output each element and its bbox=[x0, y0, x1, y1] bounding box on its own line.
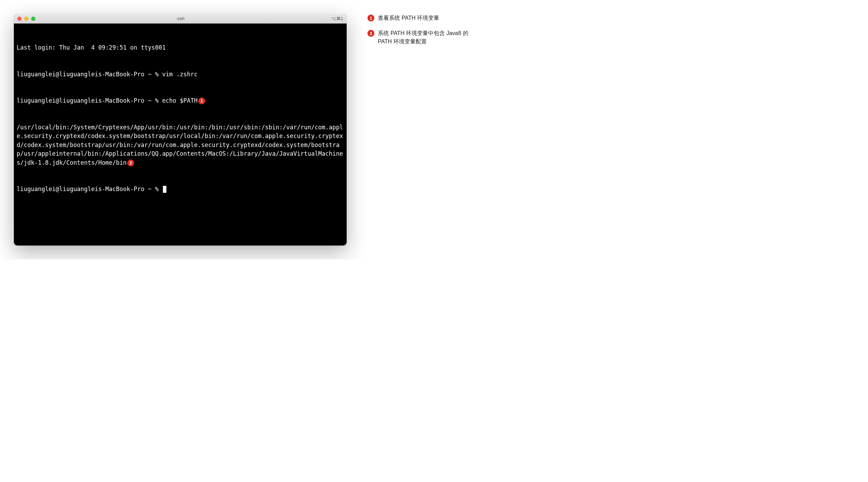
prompt-text: liuguanglei@liuguangleis-MacBook-Pro ~ % bbox=[17, 186, 162, 192]
window-title: -zsh bbox=[176, 16, 185, 21]
terminal-body[interactable]: Last login: Thu Jan 4 09:29:51 on ttys00… bbox=[14, 24, 347, 246]
window-titlebar[interactable]: -zsh ⌥⌘1 bbox=[14, 14, 347, 24]
annotation-badge-2: 2 bbox=[127, 160, 134, 166]
login-text: Last login: Thu Jan 4 09:29:51 on ttys00… bbox=[17, 44, 166, 51]
terminal-window: -zsh ⌥⌘1 Last login: Thu Jan 4 09:29:51 … bbox=[14, 14, 347, 246]
echo-command-text: liuguanglei@liuguangleis-MacBook-Pro ~ %… bbox=[17, 97, 198, 104]
annotation-item-2: 2 系统 PATH 环境变量中包含 Java8 的PATH 环境变量配置 bbox=[367, 29, 475, 46]
terminal-line-prompt: liuguanglei@liuguangleis-MacBook-Pro ~ % bbox=[17, 185, 344, 194]
terminal-line-login: Last login: Thu Jan 4 09:29:51 on ttys00… bbox=[17, 43, 344, 52]
cursor bbox=[163, 186, 166, 193]
minimize-button[interactable] bbox=[24, 17, 28, 21]
terminal-line-echo: liuguanglei@liuguangleis-MacBook-Pro ~ %… bbox=[17, 96, 344, 105]
close-button[interactable] bbox=[17, 17, 21, 21]
traffic-lights bbox=[17, 17, 35, 21]
annotations-panel: 1 查看系统 PATH 环境变量 2 系统 PATH 环境变量中包含 Java8… bbox=[367, 14, 475, 46]
annotation-badge-1-legend: 1 bbox=[367, 15, 374, 21]
path-output-text: /usr/local/bin:/System/Cryptexes/App/usr… bbox=[17, 124, 343, 166]
annotation-text-2: 系统 PATH 环境变量中包含 Java8 的PATH 环境变量配置 bbox=[378, 29, 475, 46]
window-shortcut-label: ⌥⌘1 bbox=[331, 16, 343, 21]
terminal-line-path-output: /usr/local/bin:/System/Cryptexes/App/usr… bbox=[17, 123, 344, 167]
annotation-badge-2-legend: 2 bbox=[367, 30, 374, 37]
maximize-button[interactable] bbox=[31, 17, 35, 21]
annotation-text-1: 查看系统 PATH 环境变量 bbox=[378, 14, 439, 22]
terminal-line-vim: liuguanglei@liuguangleis-MacBook-Pro ~ %… bbox=[17, 70, 344, 79]
vim-command-text: liuguanglei@liuguangleis-MacBook-Pro ~ %… bbox=[17, 71, 198, 78]
annotation-item-1: 1 查看系统 PATH 环境变量 bbox=[367, 14, 475, 22]
annotation-badge-1: 1 bbox=[198, 97, 205, 104]
